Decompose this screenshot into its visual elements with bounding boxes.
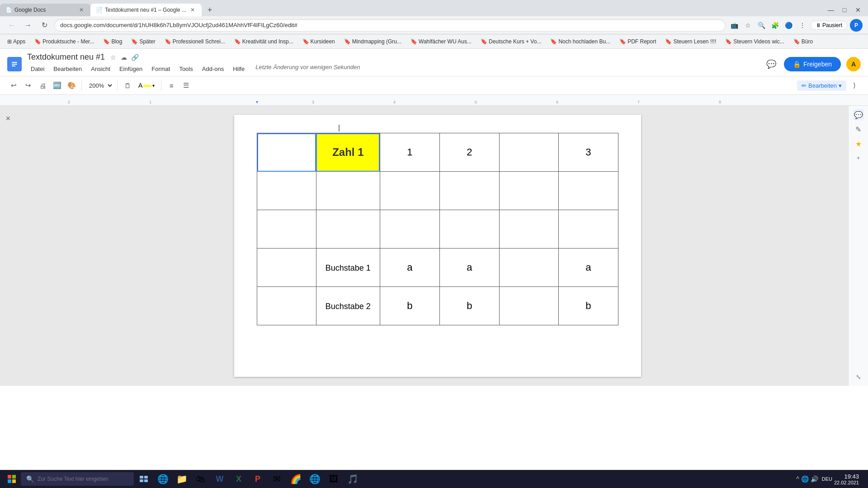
menu-format[interactable]: Format <box>148 64 174 74</box>
menu-hilfe[interactable]: Hilfe <box>229 64 248 74</box>
table-cell-3-1[interactable]: Buchstabe 1 <box>316 249 380 287</box>
more-icon[interactable]: ⋮ <box>797 20 808 31</box>
table-cell-3-5[interactable]: a <box>558 249 618 287</box>
zoom-icon[interactable]: 🔍 <box>756 20 767 31</box>
tab-close-1[interactable]: ✕ <box>78 6 85 14</box>
table-cell-3-0[interactable] <box>257 249 316 287</box>
align-left-button[interactable]: ≡ <box>165 79 178 92</box>
table-cell-2-3[interactable] <box>439 210 499 249</box>
table-cell-0-3[interactable]: 2 <box>439 133 499 172</box>
bookmark-star-icon[interactable]: ☆ <box>743 20 754 31</box>
table-cell-4-1[interactable]: Buchstabe 2 <box>316 287 380 325</box>
bookmark-wahlfaecher[interactable]: 🔖 Wahlfächer WU Aus... <box>407 38 475 46</box>
bookmark-kursideen[interactable]: 🔖 Kursideen <box>299 38 339 46</box>
bookmark-mindmapping[interactable]: 🔖 Mindmapping (Gru... <box>340 38 405 46</box>
start-button[interactable] <box>4 471 20 487</box>
tray-volume-icon[interactable]: 🔊 <box>811 475 818 483</box>
taskbar-app-spotify[interactable]: 🎵 <box>344 470 362 488</box>
taskbar-app-powerpoint[interactable]: P <box>249 470 267 488</box>
extension-icon[interactable]: 🧩 <box>770 20 781 31</box>
extension2-icon[interactable]: 🔵 <box>783 20 794 31</box>
taskbar-language[interactable]: DEU <box>822 476 832 482</box>
taskbar-search[interactable]: 🔍 <box>21 472 134 486</box>
table-cell-4-2[interactable]: b <box>380 287 439 325</box>
table-cell-0-4[interactable] <box>499 133 558 172</box>
tray-arrow-icon[interactable]: ^ <box>796 475 799 483</box>
zoom-select[interactable]: 200% 150% 100% <box>85 82 113 89</box>
menu-addons[interactable]: Add-ons <box>198 64 227 74</box>
table-cell-4-0[interactable] <box>257 287 316 325</box>
table-cell-3-2[interactable]: a <box>380 249 439 287</box>
bookmark-professionell[interactable]: 🔖 Professionell Schrei... <box>161 38 229 46</box>
print-button[interactable]: 🖨 <box>36 79 49 92</box>
tab-close-2[interactable]: ✕ <box>189 6 196 14</box>
align-justify-button[interactable]: ☰ <box>179 79 192 92</box>
menu-einfuegen[interactable]: Einfügen <box>116 64 146 74</box>
minimize-button[interactable]: — <box>825 4 837 16</box>
cloud-icon[interactable]: ☁ <box>119 53 128 62</box>
new-tab-button[interactable]: + <box>203 4 216 16</box>
forward-button[interactable]: → <box>22 19 34 32</box>
table-cell-0-5[interactable]: 3 <box>558 133 618 172</box>
bookmark-steuernlesen[interactable]: 🔖 Steuern Lesen !!!! <box>661 38 720 46</box>
menu-datei[interactable]: Datei <box>27 64 48 74</box>
highlight-button[interactable]: A ▾ <box>136 79 157 92</box>
taskbar-app-store[interactable]: 🛍 <box>192 470 210 488</box>
print-preview-button[interactable]: 🗒 <box>121 79 134 92</box>
table-cell-0-2[interactable]: 1 <box>380 133 439 172</box>
bookmark-deutsche[interactable]: 🔖 Deutsche Kurs + Vo... <box>477 38 545 46</box>
tab-textdokument[interactable]: 📄 Textdokument neu #1 – Google ... ✕ <box>90 4 202 16</box>
table-cell-1-1[interactable] <box>316 172 380 210</box>
table-cell-0-1[interactable]: Zahl 1 <box>316 133 380 172</box>
back-button[interactable]: ← <box>5 19 18 32</box>
spellcheck-button[interactable]: 🔤 <box>51 79 63 92</box>
taskbar-clock[interactable]: 19:43 22.02.2021 <box>834 473 859 485</box>
taskbar-app-excel[interactable]: X <box>230 470 248 488</box>
address-input[interactable] <box>54 19 726 32</box>
bookmark-nochhochladen[interactable]: 🔖 Noch hochladen Bu... <box>547 38 614 46</box>
paintformat-button[interactable]: 🎨 <box>65 79 78 92</box>
table-cell-1-5[interactable] <box>558 172 618 210</box>
bookmark-apps[interactable]: ⊞ Apps <box>4 38 29 46</box>
table-cell-0-0[interactable] <box>257 133 316 172</box>
taskbar-app-photos[interactable]: 🖼 <box>325 470 343 488</box>
cast-icon[interactable]: 📺 <box>729 20 740 31</box>
table-cell-2-0[interactable] <box>257 210 316 249</box>
reload-button[interactable]: ↻ <box>38 19 51 32</box>
sidebar-right-icon-1[interactable]: 💬 <box>853 109 864 120</box>
table-cell-2-5[interactable] <box>558 210 618 249</box>
table-cell-3-4[interactable] <box>499 249 558 287</box>
bookmark-steuervideos[interactable]: 🔖 Steuern Videos wic... <box>722 38 788 46</box>
close-x-button[interactable]: ✕ <box>5 115 11 122</box>
star-icon[interactable]: ☆ <box>108 53 118 62</box>
table-cell-1-3[interactable] <box>439 172 499 210</box>
taskbar-app-chrome2[interactable]: 🌐 <box>306 470 324 488</box>
taskbar-taskview[interactable] <box>135 470 153 488</box>
pausiert-button[interactable]: ⏸ Pausiert <box>811 21 847 30</box>
table-cell-2-2[interactable] <box>380 210 439 249</box>
undo-button[interactable]: ↩ <box>7 79 20 92</box>
table-cell-3-3[interactable]: a <box>439 249 499 287</box>
taskbar-app-files[interactable]: 📁 <box>173 470 191 488</box>
table-cell-1-0[interactable] <box>257 172 316 210</box>
bookmark-kreativitaet[interactable]: 🔖 Kreativität und Insp... <box>231 38 297 46</box>
docs-document-title[interactable]: Textdokument neu #1 <box>27 52 105 62</box>
bookmark-pdfreport[interactable]: 🔖 PDF Report <box>616 38 660 46</box>
table-cell-1-2[interactable] <box>380 172 439 210</box>
taskbar-app-chrome[interactable]: 🌈 <box>287 470 305 488</box>
doc-scroll-area[interactable]: | Zahl 1 1 <box>27 106 848 386</box>
maximize-button[interactable]: □ <box>838 4 851 16</box>
table-cell-4-4[interactable] <box>499 287 558 325</box>
comment-icon[interactable]: 💬 <box>764 57 778 71</box>
close-window-button[interactable]: ✕ <box>852 4 864 16</box>
profile-button[interactable]: P <box>850 19 863 32</box>
table-cell-4-3[interactable]: b <box>439 287 499 325</box>
share-button[interactable]: 🔒 Freigeben <box>784 57 841 71</box>
sidebar-right-star-icon[interactable]: ★ <box>853 138 864 149</box>
taskbar-app-word[interactable]: W <box>211 470 229 488</box>
table-cell-4-5[interactable]: b <box>558 287 618 325</box>
edit-mode-button[interactable]: ✏ Bearbeiten ▾ <box>797 80 846 91</box>
table-cell-1-4[interactable] <box>499 172 558 210</box>
sidebar-right-icon-2[interactable]: ✎ <box>853 124 864 135</box>
sidebar-right-expand-icon[interactable]: + <box>853 153 864 164</box>
